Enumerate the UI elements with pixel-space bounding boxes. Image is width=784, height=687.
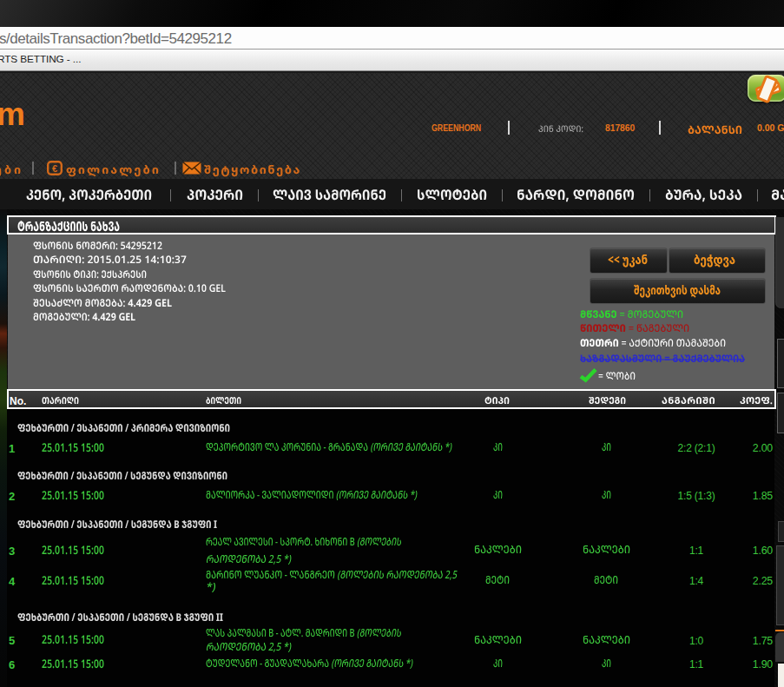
svg-text:€: € xyxy=(52,163,57,174)
